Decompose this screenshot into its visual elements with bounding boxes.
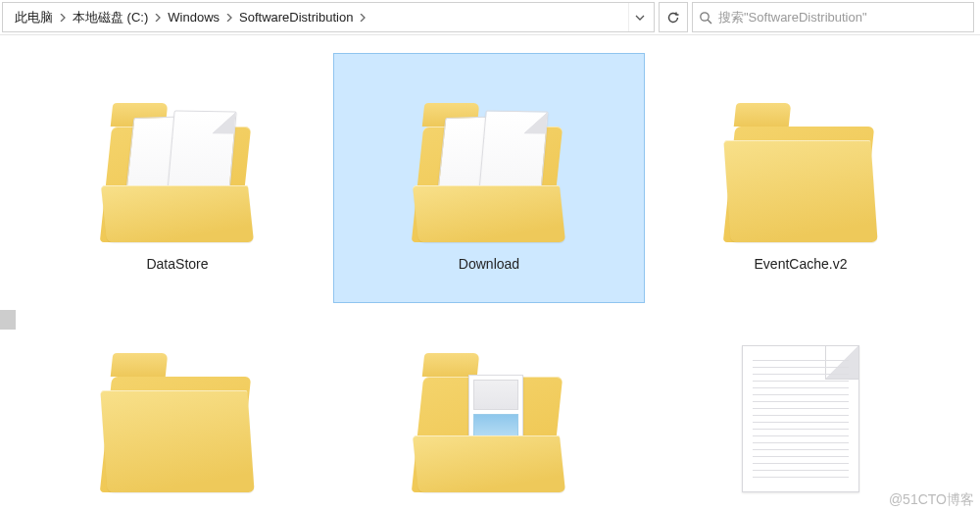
folder-item-label: DataStore [146, 256, 208, 272]
folder-item-label: Download [459, 256, 519, 272]
chevron-right-icon[interactable] [57, 3, 69, 31]
breadcrumb-segment[interactable]: 本地磁盘 (C:) [69, 3, 152, 31]
breadcrumb-segment[interactable]: Windows [164, 3, 223, 31]
text-document-icon [742, 345, 859, 492]
breadcrumb-segment[interactable]: 此电脑 [11, 3, 57, 31]
address-toolbar: 此电脑 本地磁盘 (C:) Windows SoftwareDistributi… [0, 0, 980, 35]
folder-icon [104, 345, 251, 492]
folder-icon [416, 345, 563, 492]
search-input[interactable] [714, 10, 967, 25]
folder-item-label: EventCache.v2 [755, 256, 848, 272]
refresh-icon [666, 11, 680, 25]
chevron-right-icon[interactable] [357, 3, 368, 31]
chevron-down-icon [635, 13, 645, 23]
folder-items-view[interactable]: DataStore Download EventCache.v2 [18, 35, 980, 511]
refresh-button[interactable] [659, 2, 688, 32]
search-box[interactable] [692, 2, 974, 32]
svg-line-1 [708, 20, 711, 24]
content-area: DataStore Download EventCache.v2 [0, 35, 980, 511]
address-history-dropdown[interactable] [628, 3, 650, 31]
folder-item[interactable]: EventCache.v2 [645, 53, 956, 303]
search-icon [699, 11, 714, 25]
chevron-right-icon[interactable] [152, 3, 164, 31]
folder-icon [727, 95, 874, 242]
folder-icon [104, 95, 251, 242]
folder-item[interactable]: Download [333, 53, 645, 303]
nav-pane-edge [0, 35, 18, 511]
breadcrumb-segment[interactable]: SoftwareDistribution [235, 3, 357, 31]
address-bar[interactable]: 此电脑 本地磁盘 (C:) Windows SoftwareDistributi… [2, 2, 655, 32]
folder-item[interactable] [645, 303, 956, 511]
breadcrumb: 此电脑 本地磁盘 (C:) Windows SoftwareDistributi… [11, 3, 628, 31]
scrollbar-thumb[interactable] [0, 310, 16, 330]
folder-icon [416, 95, 563, 242]
folder-item[interactable] [22, 303, 333, 511]
folder-item[interactable]: DataStore [22, 53, 333, 303]
chevron-right-icon[interactable] [223, 3, 235, 31]
folder-item[interactable] [333, 303, 645, 511]
svg-point-0 [701, 12, 709, 20]
